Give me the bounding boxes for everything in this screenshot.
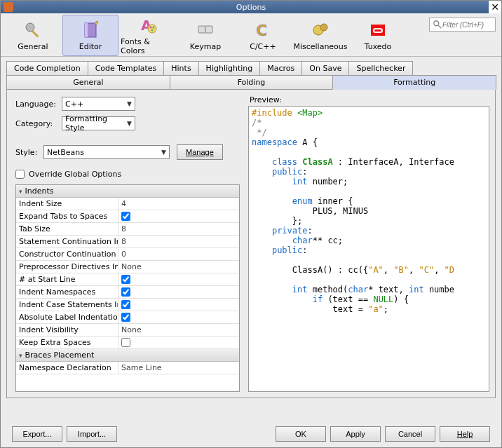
prop-row[interactable]: # at Start Line — [16, 273, 239, 286]
category-value: Formatting Style — [65, 114, 127, 133]
prop-row[interactable]: Keep Extra Spaces — [16, 337, 239, 349]
palette-icon: A — [137, 16, 158, 36]
svg-text:C: C — [256, 22, 267, 39]
keyboard-icon — [195, 20, 216, 41]
notebook-icon — [80, 20, 101, 41]
style-value: NetBeans — [47, 148, 84, 157]
tab-code-completion[interactable]: Code Completion — [6, 61, 88, 75]
svg-point-7 — [153, 26, 155, 28]
close-button[interactable]: ✕ — [489, 1, 501, 13]
prop-row[interactable]: Indent Case Statements In Sw — [16, 299, 239, 311]
category-cpp[interactable]: C C/C++ — [235, 15, 291, 56]
tab-on-save[interactable]: On Save — [301, 61, 349, 75]
override-label: Override Global Options — [29, 170, 121, 179]
svg-point-13 — [320, 24, 327, 31]
prop-row[interactable]: Indent Size4 — [16, 198, 239, 210]
tab-spellchecker[interactable]: Spellchecker — [348, 61, 413, 75]
prop-row[interactable]: Statement Continuation Indent8 — [16, 236, 239, 248]
language-value: C++ — [65, 100, 83, 109]
oracle-icon — [367, 20, 388, 41]
export-button[interactable]: Export... — [12, 426, 62, 442]
category-misc-label: Miscellaneous — [293, 42, 347, 51]
category-general[interactable]: General — [5, 15, 61, 56]
help-button[interactable]: Help — [440, 426, 490, 442]
tab-formatting[interactable]: Formatting — [332, 75, 496, 90]
apply-button[interactable]: Apply — [330, 426, 381, 442]
import-button[interactable]: Import... — [67, 426, 117, 442]
category-editor[interactable]: Editor — [62, 15, 118, 56]
prop-row[interactable]: Namespace DeclarationSame Line — [16, 362, 239, 374]
preview-pane[interactable]: #include <Map> /* */ namespace A { class… — [248, 106, 489, 392]
filter-input[interactable] — [442, 21, 491, 29]
prop-val[interactable]: 4 — [118, 198, 239, 210]
chevron-down-icon: ▼ — [161, 149, 166, 156]
toolbar: General Editor A Fonts & Colors Keymap C… — [1, 13, 501, 57]
prop-check[interactable] — [121, 300, 130, 309]
svg-point-0 — [26, 23, 34, 32]
svg-point-6 — [150, 26, 152, 28]
svg-rect-14 — [371, 25, 385, 36]
svg-rect-9 — [198, 26, 205, 33]
app-icon — [4, 2, 13, 12]
svg-rect-1 — [32, 30, 39, 38]
section-braces[interactable]: Braces Placement — [16, 349, 239, 362]
subtabs-primary: Code Completion Code Templates Hints Hig… — [1, 57, 501, 75]
chevron-down-icon: ▼ — [127, 120, 132, 127]
section-indents[interactable]: Indents — [16, 185, 239, 198]
prop-row[interactable]: Tab Size8 — [16, 223, 239, 236]
prop-row[interactable]: Constructor Continuation Initi0 — [16, 248, 239, 261]
chevron-down-icon: ▼ — [127, 100, 132, 107]
svg-rect-10 — [205, 26, 212, 33]
category-general-label: General — [18, 42, 48, 51]
subtabs-secondary: General Folding Formatting — [6, 75, 496, 90]
manage-button[interactable]: Manage — [177, 144, 223, 160]
language-combo[interactable]: C++ ▼ — [62, 97, 135, 111]
prop-check[interactable] — [121, 313, 130, 322]
tab-highlighting[interactable]: Highlighting — [198, 61, 261, 75]
preview-label: Preview: — [250, 95, 489, 104]
prop-check[interactable] — [121, 287, 130, 297]
category-combo[interactable]: Formatting Style ▼ — [62, 116, 135, 130]
prop-row[interactable]: Expand Tabs to Spaces — [16, 210, 239, 223]
prop-row[interactable]: Preprocessor Directives IndentNone — [16, 261, 239, 273]
category-tuxedo[interactable]: Tuxedo — [350, 15, 406, 56]
titlebar: Options ✕ — [1, 1, 501, 13]
tab-general[interactable]: General — [6, 75, 170, 90]
formatting-right: Preview: #include <Map> /* */ namespace … — [245, 90, 495, 398]
prop-row[interactable]: Indent VisibilityNone — [16, 324, 239, 337]
prop-row[interactable]: Indent Namespaces — [16, 286, 239, 299]
svg-point-8 — [151, 29, 154, 31]
category-tuxedo-label: Tuxedo — [365, 42, 392, 51]
gear-spanner-icon — [22, 20, 43, 41]
svg-rect-3 — [85, 23, 88, 37]
tab-macros[interactable]: Macros — [259, 61, 302, 75]
prop-check[interactable] — [121, 275, 130, 284]
category-fonts-colors[interactable]: A Fonts & Colors — [120, 15, 176, 56]
language-label: Language: — [15, 100, 62, 109]
tab-code-templates[interactable]: Code Templates — [88, 61, 165, 75]
style-combo[interactable]: NetBeans ▼ — [43, 145, 170, 159]
filter-box[interactable] — [429, 18, 496, 32]
category-keymap-label: Keymap — [190, 42, 221, 51]
prop-check[interactable] — [121, 338, 130, 347]
tab-hints[interactable]: Hints — [163, 61, 198, 75]
gears-icon — [310, 20, 331, 41]
category-fonts-colors-label: Fonts & Colors — [121, 37, 175, 55]
style-label: Style: — [15, 148, 43, 157]
category-keymap[interactable]: Keymap — [177, 15, 233, 56]
category-label: Category: — [15, 119, 62, 128]
cancel-button[interactable]: Cancel — [385, 426, 435, 442]
tab-folding[interactable]: Folding — [170, 75, 334, 90]
search-icon — [433, 20, 442, 29]
svg-point-16 — [434, 21, 439, 26]
category-misc[interactable]: Miscellaneous — [292, 15, 348, 56]
formatting-left: Language: C++ ▼ Category: Formatting Sty… — [7, 90, 245, 398]
prop-row[interactable]: Absolute Label Indentation — [16, 311, 239, 324]
svg-point-5 — [148, 25, 156, 33]
ok-button[interactable]: OK — [276, 426, 326, 442]
override-checkbox[interactable] — [15, 170, 25, 179]
properties-table[interactable]: Indents Indent Size4 Expand Tabs to Spac… — [15, 184, 240, 392]
prop-check[interactable] — [121, 212, 130, 221]
svg-line-17 — [438, 25, 441, 28]
formatting-panel: Language: C++ ▼ Category: Formatting Sty… — [6, 90, 496, 398]
